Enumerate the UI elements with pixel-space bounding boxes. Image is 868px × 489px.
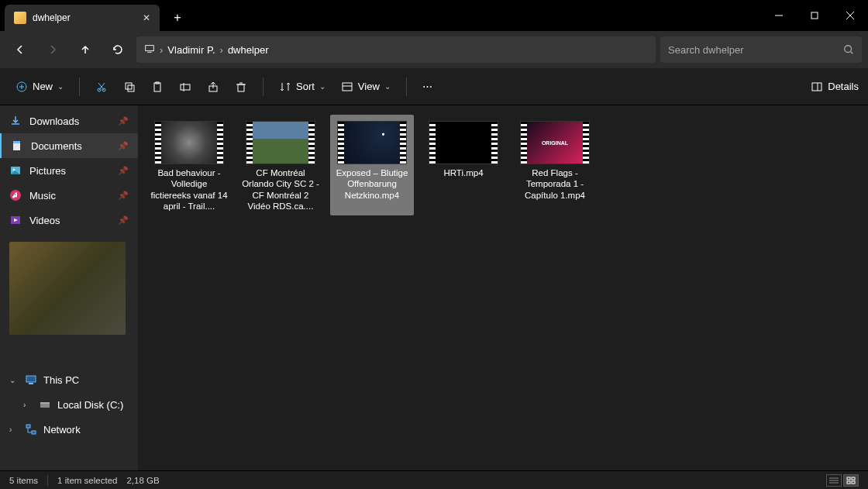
pin-icon: 📌 [118, 166, 129, 176]
pc-icon [25, 374, 37, 386]
breadcrumb-item[interactable]: Vladimir P. [167, 44, 215, 56]
window-controls [761, 0, 868, 31]
minimize-button[interactable] [761, 0, 797, 31]
svg-rect-46 [847, 481, 850, 484]
svg-rect-19 [181, 84, 190, 90]
svg-line-14 [98, 83, 104, 90]
folder-icon [14, 12, 26, 24]
chevron-right-icon: › [160, 44, 163, 56]
sidebar-item-label: Documents [31, 140, 82, 152]
view-details-icon[interactable] [826, 474, 842, 487]
pin-icon: 📌 [118, 116, 129, 126]
svg-rect-39 [26, 425, 30, 428]
file-item[interactable]: Exposed – Blutige Offenbarung Netzkino.m… [330, 115, 414, 215]
back-button[interactable] [6, 36, 34, 64]
share-button[interactable] [201, 74, 226, 99]
tree-item-this-pc[interactable]: ⌄This PC [0, 367, 138, 392]
file-grid[interactable]: Bad behaviour - Volledige fictiereeks va… [138, 105, 868, 470]
toolbar: New⌄ Sort⌄ View⌄ ⋯ Details [0, 68, 868, 105]
svg-rect-27 [812, 83, 822, 91]
svg-rect-35 [26, 376, 36, 382]
new-button[interactable]: New⌄ [9, 74, 70, 99]
selection-count: 1 item selected [57, 476, 117, 485]
refresh-button[interactable] [104, 36, 132, 64]
more-button[interactable]: ⋯ [416, 74, 439, 99]
download-icon [9, 115, 22, 127]
preview-thumbnail [9, 242, 126, 335]
svg-rect-30 [13, 141, 20, 143]
sidebar-item-label: Videos [29, 215, 60, 226]
copy-button[interactable] [117, 74, 142, 99]
pin-icon: 📌 [118, 215, 129, 226]
svg-rect-16 [128, 85, 134, 91]
breadcrumb[interactable]: › Vladimir P. › dwhelper [136, 36, 656, 63]
maximize-button[interactable] [797, 0, 832, 31]
close-tab-icon[interactable]: ✕ [143, 12, 150, 23]
forward-button[interactable] [39, 36, 67, 64]
breadcrumb-item[interactable]: dwhelper [228, 44, 269, 56]
svg-line-7 [851, 52, 853, 54]
rename-button[interactable] [173, 74, 198, 99]
sidebar: Downloads📌Documents📌Pictures📌Music📌Video… [0, 105, 138, 470]
paste-button[interactable] [145, 74, 170, 99]
up-button[interactable] [71, 36, 99, 64]
close-button[interactable] [832, 0, 868, 31]
svg-rect-44 [847, 477, 850, 480]
document-icon [11, 139, 23, 152]
tree-item-network[interactable]: ›Network [0, 417, 138, 442]
details-button[interactable]: Details [811, 81, 859, 93]
svg-line-13 [99, 83, 105, 90]
tab-title: dwhelper [33, 12, 71, 23]
monitor-icon [144, 43, 155, 57]
delete-button[interactable] [229, 74, 253, 99]
svg-rect-38 [40, 402, 50, 404]
main: Downloads📌Documents📌Pictures📌Music📌Video… [0, 105, 868, 470]
chevron-icon[interactable]: ⌄ [9, 376, 19, 384]
videos-icon [9, 214, 22, 226]
svg-point-6 [845, 46, 852, 53]
file-item[interactable]: HRTi.mp4 [422, 115, 505, 215]
chevron-icon[interactable]: › [23, 401, 33, 409]
svg-rect-15 [126, 83, 132, 89]
sort-button[interactable]: Sort⌄ [273, 74, 332, 99]
svg-rect-40 [32, 431, 36, 434]
file-name: CF Montréal Orlando City SC 2 - CF Montr… [242, 167, 319, 212]
svg-rect-4 [146, 45, 154, 50]
search-input[interactable]: Search dwhelper [660, 36, 862, 63]
music-icon [9, 189, 22, 201]
titlebar: dwhelper ✕ + [0, 0, 868, 31]
svg-rect-45 [852, 477, 855, 480]
chevron-down-icon: ⌄ [319, 82, 326, 91]
file-item[interactable]: CF Montréal Orlando City SC 2 - CF Montr… [239, 115, 322, 215]
tree-item-local-disk-c-[interactable]: ›Local Disk (C:) [0, 392, 138, 417]
svg-rect-1 [811, 12, 818, 19]
video-thumbnail [429, 121, 498, 164]
pin-icon: 📌 [118, 191, 129, 201]
view-button[interactable]: View⌄ [335, 74, 397, 99]
sidebar-item-documents[interactable]: Documents📌 [0, 133, 138, 158]
chevron-icon[interactable]: › [9, 425, 19, 434]
file-item[interactable]: ORIGINALRed Flags - Temporada 1 - Capítu… [513, 115, 597, 215]
file-name: Exposed – Blutige Offenbarung Netzkino.m… [333, 167, 411, 201]
svg-rect-17 [154, 83, 160, 91]
chevron-down-icon: ⌄ [384, 82, 391, 91]
file-name: HRTi.mp4 [443, 167, 483, 178]
view-thumbnails-icon[interactable] [843, 474, 859, 487]
pin-icon: 📌 [118, 141, 129, 151]
network-icon [25, 423, 37, 436]
cut-button[interactable] [89, 74, 114, 99]
sidebar-item-downloads[interactable]: Downloads📌 [0, 108, 138, 133]
tab[interactable]: dwhelper ✕ [5, 5, 160, 31]
file-name: Bad behaviour - Volledige fictiereeks va… [150, 167, 228, 212]
status-bar: 5 items 1 item selected 2,18 GB [0, 470, 868, 489]
video-thumbnail [337, 121, 407, 164]
file-name: Red Flags - Temporada 1 - Capítulo 1.mp4 [516, 167, 594, 201]
file-item[interactable]: Bad behaviour - Volledige fictiereeks va… [147, 115, 231, 215]
video-thumbnail [246, 121, 315, 164]
new-tab-button[interactable]: + [164, 5, 191, 31]
search-placeholder: Search dwhelper [668, 44, 843, 56]
sidebar-item-pictures[interactable]: Pictures📌 [0, 158, 138, 183]
sidebar-item-videos[interactable]: Videos📌 [0, 208, 138, 232]
sidebar-item-music[interactable]: Music📌 [0, 183, 138, 208]
sidebar-item-label: Music [29, 190, 56, 201]
